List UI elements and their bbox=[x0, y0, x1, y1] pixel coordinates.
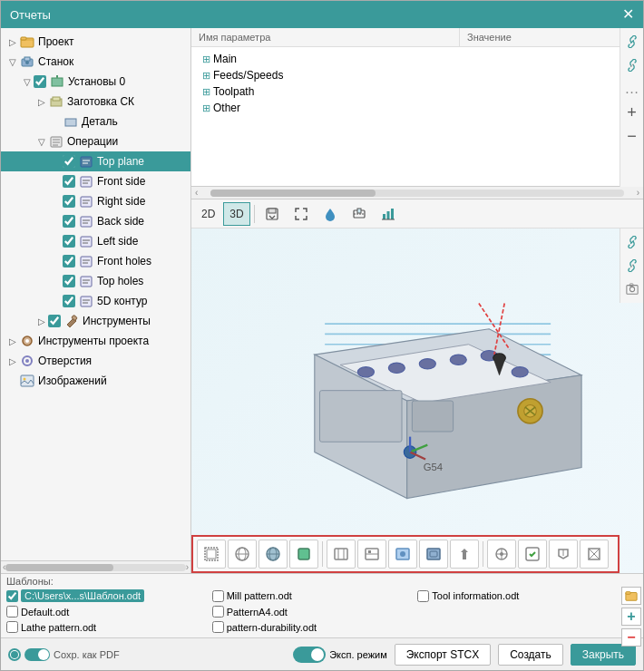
bt-btn-10[interactable] bbox=[487, 540, 516, 569]
hscroll-right[interactable]: › bbox=[637, 188, 639, 198]
tpl-checkbox-pattern-dur[interactable] bbox=[212, 621, 224, 633]
prop-expand-main[interactable]: ⊞ bbox=[199, 53, 213, 65]
checkbox-instrumenty[interactable] bbox=[48, 315, 61, 327]
tree-item-izobrazheniy[interactable]: Изображений bbox=[1, 371, 190, 391]
tree-item-instrumenty[interactable]: ▷ Инструменты bbox=[1, 311, 190, 331]
viewport-link-1[interactable] bbox=[622, 232, 642, 252]
viewport-link-2[interactable] bbox=[622, 256, 642, 276]
tree-item-top-holes[interactable]: Top holes bbox=[1, 271, 190, 291]
tree-item-instr-project[interactable]: ▷ Инструменты проекта bbox=[1, 331, 190, 351]
bt-btn-6[interactable] bbox=[357, 540, 386, 569]
viewport-screenshot[interactable] bbox=[622, 279, 642, 299]
tpl-checkbox-mill[interactable] bbox=[212, 590, 224, 602]
tree-item-otverstiya[interactable]: ▷ Отверстия bbox=[1, 351, 190, 371]
checkbox-front-side[interactable] bbox=[63, 175, 75, 188]
checkbox-left-side[interactable] bbox=[63, 235, 75, 248]
tree-item-stanok[interactable]: ▽ Станок bbox=[1, 52, 190, 72]
template-item-mill[interactable]: Mill pattern.odt bbox=[212, 588, 411, 603]
tree-toggle-instrumenty[interactable]: ▷ bbox=[35, 316, 48, 326]
prop-item-feeds[interactable]: ⊞ Feeds/Speeds bbox=[199, 67, 636, 83]
tpl-checkbox-patterna4[interactable] bbox=[212, 606, 224, 618]
h-scrollbar-track[interactable] bbox=[5, 564, 185, 571]
tpl-checkbox-lathe[interactable] bbox=[6, 621, 18, 633]
tree-toggle-stanok[interactable]: ▽ bbox=[6, 57, 19, 67]
viewport-3d[interactable]: G54 bbox=[191, 229, 643, 573]
tree-item-project[interactable]: ▷ Проект bbox=[1, 32, 190, 52]
prop-expand-feeds[interactable]: ⊞ bbox=[199, 70, 213, 82]
3d-view[interactable]: G54 bbox=[191, 229, 643, 573]
tree-item-right-side[interactable]: Right side bbox=[1, 191, 190, 211]
tree-toggle-ustanovy[interactable]: ▽ bbox=[21, 77, 34, 87]
tree-item-front-holes[interactable]: Front holes bbox=[1, 251, 190, 271]
water-btn[interactable] bbox=[317, 202, 344, 226]
plus-icon[interactable]: + bbox=[622, 102, 642, 122]
tpl-checkbox-custom[interactable] bbox=[6, 590, 18, 602]
template-item-patterna4[interactable]: PatternA4.odt bbox=[212, 605, 411, 618]
eksport-toggle[interactable] bbox=[293, 647, 326, 663]
checkbox-5d-kontur[interactable] bbox=[63, 295, 75, 307]
tpl-folder-btn[interactable] bbox=[621, 587, 641, 605]
hscroll-left[interactable]: ‹ bbox=[195, 188, 198, 198]
tree-toggle-project[interactable]: ▷ bbox=[6, 37, 19, 47]
link-icon-1[interactable] bbox=[622, 32, 642, 52]
tree-item-front-side[interactable]: Front side bbox=[1, 171, 190, 191]
tree-item-detal[interactable]: Деталь bbox=[1, 112, 190, 131]
prop-item-toolpath[interactable]: ⊞ Toolpath bbox=[199, 83, 636, 100]
btn-close[interactable]: Закрыть bbox=[571, 644, 636, 666]
tree-item-5d-kontur[interactable]: 5D контур bbox=[1, 291, 190, 311]
tree-toggle-operacii[interactable]: ▽ bbox=[35, 137, 48, 147]
template-item-pattern-dur[interactable]: pattern-durability.odt bbox=[212, 620, 411, 634]
fit-view-btn[interactable] bbox=[288, 202, 315, 226]
tree-item-back-side[interactable]: Back side bbox=[1, 211, 190, 231]
bt-btn-3[interactable] bbox=[259, 540, 288, 569]
btn-3d[interactable]: 3D bbox=[223, 202, 249, 226]
template-item-tool-info[interactable]: Tool information.odt bbox=[417, 588, 616, 603]
tree-item-ustanovy[interactable]: ▽ Установы 0 bbox=[1, 72, 190, 92]
prop-expand-other[interactable]: ⊞ bbox=[199, 102, 213, 114]
tree-toggle-otverstiya[interactable]: ▷ bbox=[6, 356, 19, 366]
bt-btn-8[interactable] bbox=[419, 540, 448, 569]
left-scrollbar[interactable]: ‹ › bbox=[1, 560, 190, 573]
prop-item-other[interactable]: ⊞ Other bbox=[199, 100, 636, 116]
tree-item-top-plane[interactable]: Top plane bbox=[1, 151, 190, 171]
horizontal-scrollbar[interactable]: ‹ › bbox=[191, 187, 643, 199]
bt-btn-9[interactable] bbox=[450, 540, 479, 569]
bt-btn-13[interactable] bbox=[580, 540, 609, 569]
bt-btn-2[interactable] bbox=[228, 540, 257, 569]
template-item-lathe[interactable]: Lathe pattern.odt bbox=[6, 620, 205, 634]
tpl-add-btn[interactable]: + bbox=[621, 608, 641, 626]
btn-2d[interactable]: 2D bbox=[195, 202, 221, 226]
checkbox-right-side[interactable] bbox=[63, 195, 75, 208]
bt-btn-7[interactable] bbox=[388, 540, 417, 569]
tree-item-operacii[interactable]: ▽ Операции bbox=[1, 131, 190, 151]
bt-btn-1[interactable] bbox=[197, 540, 226, 569]
hscroll-track[interactable] bbox=[210, 190, 623, 197]
tree-toggle-instr-project[interactable]: ▷ bbox=[6, 336, 19, 346]
template-item-default[interactable]: Default.odt bbox=[6, 605, 205, 618]
save-view-btn[interactable] bbox=[259, 202, 286, 226]
checkbox-top-holes[interactable] bbox=[63, 275, 75, 287]
close-button[interactable]: ✕ bbox=[622, 7, 634, 22]
prop-expand-toolpath[interactable]: ⊞ bbox=[199, 86, 213, 98]
prop-item-main[interactable]: ⊞ Main bbox=[199, 51, 636, 67]
bt-btn-4[interactable] bbox=[289, 540, 318, 569]
link-icon-2[interactable] bbox=[622, 55, 642, 75]
more-icon[interactable]: … bbox=[622, 79, 642, 99]
btn-export-stcx[interactable]: Экспорт STCX bbox=[395, 644, 491, 666]
clipping-btn[interactable] bbox=[346, 202, 373, 226]
bt-btn-5[interactable] bbox=[327, 540, 356, 569]
checkbox-back-side[interactable] bbox=[63, 215, 75, 228]
bt-btn-11[interactable] bbox=[518, 540, 547, 569]
tree-toggle-zagotovka[interactable]: ▷ bbox=[35, 97, 48, 107]
tpl-checkbox-tool-info[interactable] bbox=[417, 590, 429, 602]
chart-btn[interactable] bbox=[375, 202, 402, 226]
tpl-remove-btn[interactable]: − bbox=[621, 628, 641, 647]
tree-item-zagotovka[interactable]: ▷ Заготовка СК bbox=[1, 92, 190, 112]
checkbox-front-holes[interactable] bbox=[63, 255, 75, 267]
tpl-checkbox-default[interactable] bbox=[6, 606, 18, 618]
checkbox-ustanovy[interactable] bbox=[34, 75, 46, 88]
checkbox-top-plane[interactable] bbox=[63, 155, 75, 168]
pdf-toggle[interactable] bbox=[24, 648, 50, 661]
tree-item-left-side[interactable]: Left side bbox=[1, 231, 190, 251]
left-scroll-right[interactable]: › bbox=[186, 562, 189, 572]
